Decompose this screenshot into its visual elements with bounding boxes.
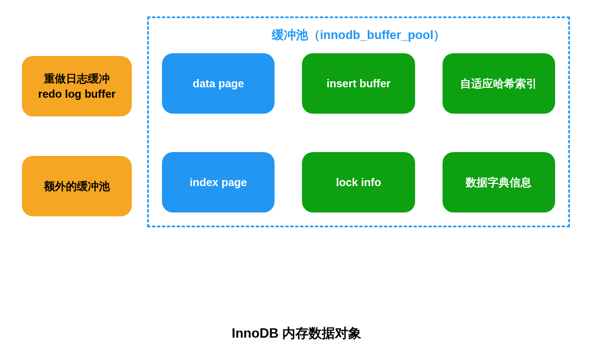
data-page-label: data page [193, 77, 244, 90]
buffer-pool-container: 缓冲池（innodb_buffer_pool） data page insert… [147, 16, 570, 227]
data-dictionary-box: 数据字典信息 [443, 152, 555, 212]
insert-buffer-label: insert buffer [327, 77, 391, 90]
data-dictionary-label: 数据字典信息 [466, 175, 532, 190]
index-page-box: index page [162, 152, 275, 212]
pool-row-2: index page lock info 数据字典信息 [162, 152, 555, 212]
extra-pool-label: 额外的缓冲池 [44, 178, 110, 194]
insert-buffer-box: insert buffer [302, 53, 415, 114]
diagram-caption: InnoDB 内存数据对象 [0, 324, 593, 342]
buffer-pool-title: 缓冲池（innodb_buffer_pool） [162, 27, 555, 43]
pool-row-1: data page insert buffer 自适应哈希索引 [162, 53, 555, 114]
pool-grid: data page insert buffer 自适应哈希索引 index pa… [162, 53, 555, 212]
diagram-container: 重做日志缓冲 redo log buffer 额外的缓冲池 缓冲池（innodb… [0, 0, 593, 244]
lock-info-label: lock info [336, 176, 381, 189]
index-page-label: index page [189, 176, 247, 189]
left-column: 重做日志缓冲 redo log buffer 额外的缓冲池 [22, 16, 132, 216]
adaptive-hash-label: 自适应哈希索引 [460, 76, 537, 91]
redo-log-label-line1: 重做日志缓冲 [44, 71, 110, 86]
redo-log-buffer-box: 重做日志缓冲 redo log buffer [22, 56, 132, 116]
data-page-box: data page [162, 53, 275, 114]
lock-info-box: lock info [302, 152, 415, 212]
extra-buffer-pool-box: 额外的缓冲池 [22, 156, 132, 216]
adaptive-hash-index-box: 自适应哈希索引 [443, 53, 555, 114]
main-layout: 重做日志缓冲 redo log buffer 额外的缓冲池 缓冲池（innodb… [22, 16, 571, 227]
redo-log-label-line2: redo log buffer [38, 86, 115, 102]
